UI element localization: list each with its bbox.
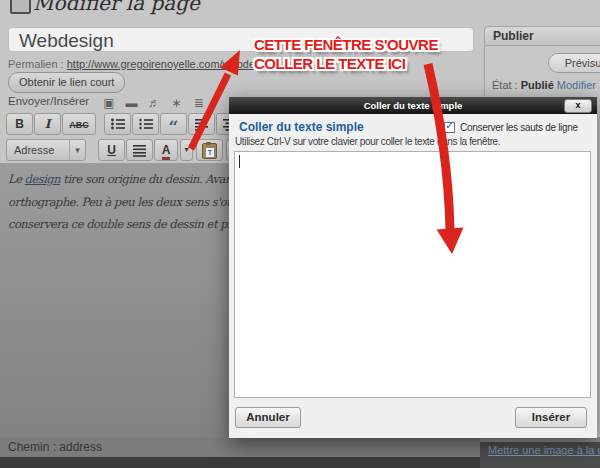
get-shortlink-button[interactable]: Obtenir le lien court: [8, 72, 125, 93]
media-icon-row: ▣ ▬ ♬ ∗ ≣: [100, 93, 208, 111]
chevron-down-icon: ▾: [69, 140, 85, 160]
add-media-icon[interactable]: ∗: [167, 96, 185, 110]
paste-textarea[interactable]: [234, 151, 591, 398]
align-left-button[interactable]: [188, 113, 215, 135]
editor-line-3: conservera ce double sens de dessin et p…: [8, 213, 255, 236]
add-video-icon[interactable]: ▬: [122, 96, 140, 110]
format-select-value: Adresse: [14, 144, 54, 156]
underline-button[interactable]: U: [98, 139, 125, 161]
add-custom-icon[interactable]: ≣: [190, 96, 208, 110]
keep-linebreaks-checkbox[interactable]: ✓: [444, 122, 455, 133]
editor-line-2: orthographe. Peu à peu les deux sens s'o…: [8, 191, 255, 214]
page-title: Modifier la page: [33, 0, 200, 15]
bold-button[interactable]: B: [6, 113, 33, 135]
modal-titlebar[interactable]: Coller du texte simple: [229, 97, 597, 114]
close-icon[interactable]: x: [564, 99, 592, 113]
text-cursor: [239, 155, 240, 168]
insert-button[interactable]: Insérer: [515, 407, 587, 428]
status-label: État :: [492, 79, 518, 91]
annotation-line-1: CETTE FENÊTRE S'OUVRE: [254, 36, 438, 53]
bullet-list-button[interactable]: [104, 113, 131, 135]
keep-linebreaks-label: Conserver les sauts de ligne: [460, 122, 578, 133]
featured-image-link[interactable]: Mettre une image à la u: [488, 444, 600, 456]
numbered-list-button[interactable]: [132, 113, 159, 135]
text-color-button[interactable]: A: [154, 139, 178, 161]
italic-button[interactable]: I: [34, 113, 61, 135]
check-icon: ✓: [445, 119, 454, 132]
status-edit-link[interactable]: Modifier: [557, 79, 596, 91]
add-image-icon[interactable]: ▣: [100, 96, 118, 110]
annotation-line-2: COLLER LE TEXTE ICI: [254, 55, 405, 72]
design-link[interactable]: design: [25, 172, 61, 186]
modal-heading: Coller du texte simple: [239, 120, 364, 134]
add-audio-icon[interactable]: ♬: [145, 96, 163, 110]
post-title-value: Webdesign: [19, 30, 114, 51]
status-value: Publié: [521, 79, 554, 91]
strikethrough-button[interactable]: ABC: [62, 113, 96, 135]
paste-text-icon: T: [202, 143, 217, 159]
upload-insert-label: Envoyer/Insérer: [8, 95, 89, 107]
permalink-url[interactable]: http://www.gregoirenoyelle.com/webdesign: [67, 58, 276, 70]
paste-as-text-button[interactable]: T: [196, 139, 223, 161]
paste-plain-text-modal: Coller du texte simple x Coller du texte…: [229, 97, 597, 438]
permalink-label: Permalien :: [8, 58, 64, 70]
editor-path-bar: Chemin : address: [0, 437, 480, 458]
wordpress-edit-page-screen: Modifier la page Webdesign Permalien : h…: [0, 0, 600, 468]
modal-instruction: Utilisez Ctrl-V sur votre clavier pour c…: [235, 136, 500, 147]
preview-button[interactable]: Prévisu: [548, 53, 600, 73]
text-color-dropdown[interactable]: ▾: [180, 139, 193, 161]
numbered-list-icon: [138, 117, 154, 131]
bullet-list-icon: [110, 117, 126, 131]
publish-box-header: Publier: [484, 26, 600, 46]
editor-text: Le design tire son origine du dessin. Av…: [8, 168, 255, 236]
cancel-button[interactable]: Annuler: [235, 407, 301, 428]
blockquote-button[interactable]: “: [160, 113, 187, 135]
justify-icon: [132, 143, 148, 157]
path-status: Chemin : address: [8, 440, 102, 454]
format-select[interactable]: Adresse ▾: [6, 139, 86, 161]
sidebar-bottom-area: Mettre une image à la u: [480, 437, 600, 468]
chevron-down-icon: ▾: [184, 145, 188, 154]
justify-button[interactable]: [126, 139, 153, 161]
publish-box: Publier Prévisu État : Publié Modifier: [484, 26, 600, 96]
edit-page-icon: [10, 0, 31, 14]
permalink-row: Permalien : http://www.gregoirenoyelle.c…: [8, 58, 275, 70]
align-left-icon: [194, 117, 210, 131]
status-line: État : Publié Modifier: [492, 79, 596, 91]
editor-line-1: Le design tire son origine du dessin. Av…: [8, 168, 255, 191]
